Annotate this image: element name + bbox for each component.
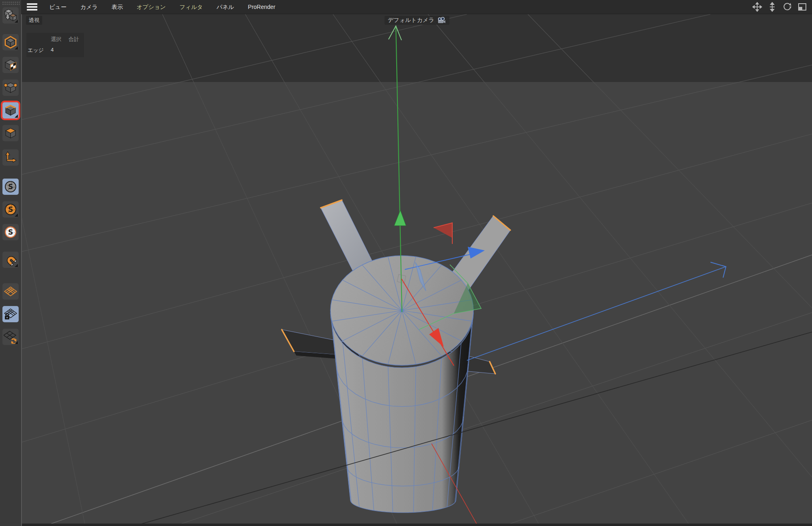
svg-text:S: S <box>8 205 13 213</box>
camera-label[interactable]: デフォルトカメラ <box>384 16 449 25</box>
svg-text:S: S <box>8 228 13 236</box>
menu-item-options[interactable]: オプション <box>130 0 173 14</box>
flyout-corner-icon <box>15 264 18 267</box>
flyout-corner-icon <box>15 46 18 50</box>
toolbar-grip[interactable] <box>2 1 19 6</box>
rotate-view-icon[interactable] <box>782 2 792 12</box>
flyout-corner-icon <box>15 19 18 23</box>
toggle-layout-icon[interactable] <box>797 2 807 12</box>
menu-item-camera[interactable]: カメラ <box>73 0 105 14</box>
menu-item-panel[interactable]: パネル <box>210 0 241 14</box>
tool-workplane-rotate[interactable] <box>2 329 19 345</box>
tool-workplane[interactable] <box>2 283 19 300</box>
svg-text:S: S <box>8 183 13 191</box>
tool-make-editable[interactable] <box>2 7 19 24</box>
flyout-corner-icon <box>15 341 18 344</box>
tool-lock-workplane[interactable] <box>2 306 19 322</box>
tool-viewport-solo-off[interactable]: S <box>2 179 19 195</box>
mode-toolbar: S S S <box>0 0 21 526</box>
pan-view-icon[interactable] <box>752 2 762 12</box>
tool-model-mode[interactable] <box>2 34 19 50</box>
view-type-label[interactable]: 透視 <box>26 16 42 25</box>
viewport-canvas[interactable] <box>21 14 812 526</box>
tool-polygons-mode[interactable] <box>2 125 19 141</box>
selection-row-label: エッジ <box>26 47 51 54</box>
tool-enable-axis[interactable] <box>2 149 19 166</box>
menu-item-display[interactable]: 表示 <box>105 0 130 14</box>
camera-icon <box>437 17 446 24</box>
selection-count: 4 <box>51 47 69 54</box>
selection-info-box: 選択 合計 エッジ 4 <box>26 33 84 57</box>
viewport-menubar: ビューカメラ表示オプションフィルタパネルProRender <box>21 0 812 14</box>
selection-header-select: 選択 <box>51 36 69 43</box>
viewport-bottom-strip <box>21 524 812 526</box>
perspective-viewport[interactable]: 透視 選択 合計 エッジ 4 デフォルトカメラ <box>21 14 812 526</box>
tool-points-mode[interactable] <box>2 80 19 96</box>
selection-header-total: 合計 <box>69 36 84 43</box>
tool-viewport-solo-hierarchy[interactable]: S <box>2 224 19 240</box>
viewport-controls <box>752 2 812 12</box>
camera-label-text: デフォルトカメラ <box>388 17 434 24</box>
tool-texture-mode[interactable] <box>2 57 19 73</box>
main-menu-icon[interactable] <box>27 3 37 11</box>
menu-item-prorender[interactable]: ProRender <box>241 0 283 14</box>
dolly-view-icon[interactable] <box>767 2 777 12</box>
flyout-corner-icon <box>15 213 18 217</box>
menu-items: ビューカメラ表示オプションフィルタパネルProRender <box>42 0 282 14</box>
flyout-corner-icon <box>15 114 18 118</box>
tool-edges-mode[interactable] <box>2 102 19 119</box>
tool-snap[interactable] <box>2 252 19 268</box>
menu-item-view[interactable]: ビュー <box>42 0 73 14</box>
tool-viewport-solo-single[interactable]: S <box>2 201 19 218</box>
menu-item-filter[interactable]: フィルタ <box>173 0 209 14</box>
